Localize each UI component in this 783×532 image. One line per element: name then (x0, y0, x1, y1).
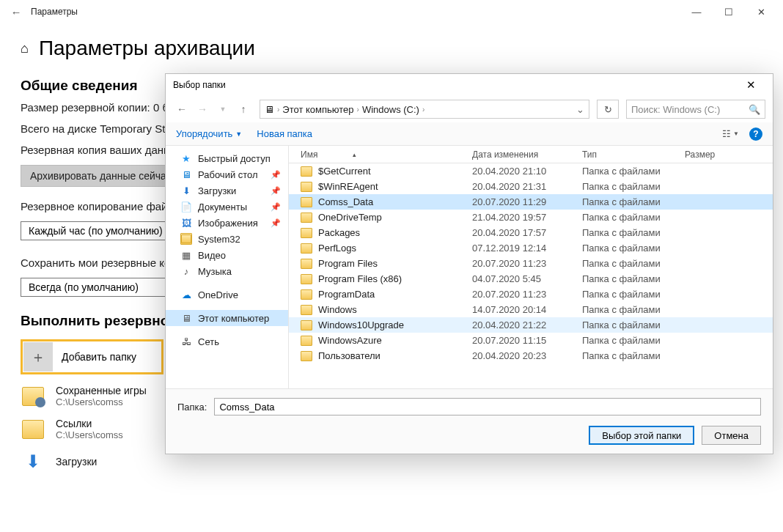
chevron-right-icon: › (277, 106, 279, 114)
file-name: Packages (318, 227, 360, 238)
breadcrumb[interactable]: 🖥 › Этот компьютер › Windows (C:) › ⌄ (260, 100, 589, 119)
settings-titlebar: ← Параметры — ☐ ✕ (0, 0, 783, 23)
tree-item[interactable]: 🖧Сеть (166, 333, 288, 350)
folder-icon (301, 243, 312, 254)
folder-icon (301, 213, 312, 223)
img-icon: 🖼 (180, 217, 192, 229)
tree-item[interactable]: 🖥Этот компьютер (166, 310, 288, 326)
file-row[interactable]: $GetCurrent20.04.2020 21:10Папка с файла… (289, 163, 773, 179)
file-name: ProgramData (318, 289, 375, 300)
schedule-dropdown[interactable]: Каждый час (по умолчанию) ▼ (21, 221, 189, 240)
file-row[interactable]: Program Files (x86)04.07.2020 5:45Папка … (289, 271, 773, 287)
file-type: Папка с файлами (582, 227, 685, 238)
nav-forward-button[interactable]: → (194, 100, 211, 118)
links-icon (21, 418, 45, 440)
breadcrumb-segment[interactable]: Windows (C:) (362, 104, 419, 115)
tree-item-label: Загрузки (198, 185, 236, 196)
file-row[interactable]: Пользователи20.04.2020 20:23Папка с файл… (289, 348, 773, 363)
nav-back-button[interactable]: ← (173, 100, 191, 118)
maximize-button[interactable]: ☐ (713, 0, 745, 23)
tree-item[interactable]: ▦Видео (166, 247, 288, 263)
star-icon: ★ (180, 152, 192, 164)
cloud-icon: ☁ (180, 289, 192, 300)
tree-item[interactable]: ♪Музыка (166, 263, 288, 279)
search-input[interactable]: Поиск: Windows (C:) 🔍 (626, 100, 765, 119)
tree-item[interactable]: 🖥Рабочий стол📌 (166, 166, 288, 182)
tree-item[interactable]: ⬇Загрузки📌 (166, 182, 288, 199)
close-button[interactable]: ✕ (745, 0, 777, 23)
search-placeholder: Поиск: Windows (C:) (631, 104, 720, 115)
back-button[interactable]: ← (6, 6, 26, 18)
file-row[interactable]: ProgramData20.07.2020 11:23Папка с файла… (289, 287, 773, 302)
file-date: 20.04.2020 21:31 (472, 181, 582, 192)
col-type-header[interactable]: Тип (582, 149, 685, 160)
page-header: ⌂ Параметры архивации (21, 37, 762, 60)
tree-item-label: Документы (198, 202, 247, 213)
minimize-button[interactable]: — (680, 0, 713, 23)
organize-menu[interactable]: Упорядочить ▼ (176, 128, 242, 139)
dialog-close-button[interactable]: ✕ (736, 78, 765, 92)
file-name: $GetCurrent (318, 166, 371, 177)
file-name: $WinREAgent (318, 181, 378, 192)
chevron-right-icon: › (357, 106, 359, 114)
folder-icon (301, 351, 312, 361)
file-row[interactable]: PerfLogs07.12.2019 12:14Папка с файлами (289, 240, 773, 256)
window-title: Параметры (31, 7, 78, 17)
folder-icon (301, 336, 312, 346)
cancel-button[interactable]: Отмена (702, 426, 761, 445)
file-row[interactable]: Packages20.04.2020 17:57Папка с файлами (289, 225, 773, 240)
file-row[interactable]: $WinREAgent20.04.2020 21:31Папка с файла… (289, 179, 773, 194)
backup-now-button[interactable]: Архивировать данные сейчас (21, 165, 181, 187)
tree-item[interactable]: ☁OneDrive (166, 287, 288, 303)
folder-icon (301, 182, 312, 192)
file-row[interactable]: Windows14.07.2020 20:14Папка с файлами (289, 302, 773, 317)
file-row[interactable]: Comss_Data20.07.2020 11:29Папка с файлам… (289, 194, 773, 210)
help-button[interactable]: ? (749, 128, 762, 141)
file-type: Папка с файлами (582, 335, 685, 346)
tree-item-label: Музыка (198, 266, 232, 277)
tree-item-label: Быстрый доступ (198, 153, 271, 164)
col-size-header[interactable]: Размер (685, 149, 736, 160)
file-row[interactable]: Program Files20.07.2020 11:23Папка с фай… (289, 256, 773, 271)
folder-field-input[interactable] (214, 398, 761, 415)
tree-item[interactable]: ★Быстрый доступ (166, 150, 288, 166)
tree-item[interactable]: 📄Документы📌 (166, 199, 288, 215)
view-mode-button[interactable]: ☷ ▼ (722, 128, 739, 139)
tree-item-label: Рабочий стол (198, 169, 258, 180)
file-name: Windows (318, 304, 357, 315)
folder-path: C:\Users\comss (56, 396, 147, 407)
file-row[interactable]: Windows10Upgrade20.04.2020 21:22Папка с … (289, 317, 773, 333)
new-folder-button[interactable]: Новая папка (257, 128, 312, 139)
dialog-body: ★Быстрый доступ🖥Рабочий стол📌⬇Загрузки📌📄… (166, 146, 773, 388)
file-date: 20.04.2020 21:22 (472, 319, 582, 330)
col-name-header[interactable]: Имя▴ (289, 149, 472, 160)
dialog-toolbar: Упорядочить ▼ Новая папка ☷ ▼ ? (166, 122, 773, 146)
add-folder-label: Добавить папку (62, 351, 136, 363)
file-name: WindowsAzure (318, 335, 382, 346)
breadcrumb-segment[interactable]: Этот компьютер (282, 104, 353, 115)
refresh-button[interactable]: ↻ (597, 100, 619, 119)
file-date: 14.07.2020 20:14 (472, 304, 582, 315)
keep-dropdown[interactable]: Всегда (по умолчанию) ▼ (21, 278, 189, 297)
breadcrumb-dropdown[interactable]: ⌄ (576, 104, 584, 115)
nav-up-button[interactable]: ↑ (235, 100, 252, 118)
file-name: Comss_Data (318, 196, 373, 207)
tree-item[interactable]: 🖼Изображения📌 (166, 215, 288, 231)
file-list-header: Имя▴ Дата изменения Тип Размер (289, 146, 773, 163)
col-date-header[interactable]: Дата изменения (472, 149, 582, 160)
home-icon[interactable]: ⌂ (21, 41, 29, 56)
nav-recent-dropdown[interactable]: ▼ (214, 100, 232, 118)
file-type: Папка с файлами (582, 258, 685, 269)
down-icon: ⬇ (180, 185, 192, 196)
file-date: 20.07.2020 11:29 (472, 196, 582, 207)
file-type: Папка с файлами (582, 212, 685, 223)
tree-item-label: Сеть (198, 336, 219, 347)
dialog-nav: ← → ▼ ↑ 🖥 › Этот компьютер › Windows (C:… (166, 96, 773, 122)
tree-item[interactable]: System32 (166, 231, 288, 247)
file-row[interactable]: OneDriveTemp21.04.2020 19:57Папка с файл… (289, 210, 773, 225)
select-folder-button[interactable]: Выбор этой папки (589, 426, 694, 445)
file-name: Windows10Upgrade (318, 319, 404, 330)
file-date: 20.07.2020 11:23 (472, 289, 582, 300)
add-folder-button[interactable]: ＋ Добавить папку (23, 342, 161, 372)
file-row[interactable]: WindowsAzure20.07.2020 11:15Папка с файл… (289, 333, 773, 348)
